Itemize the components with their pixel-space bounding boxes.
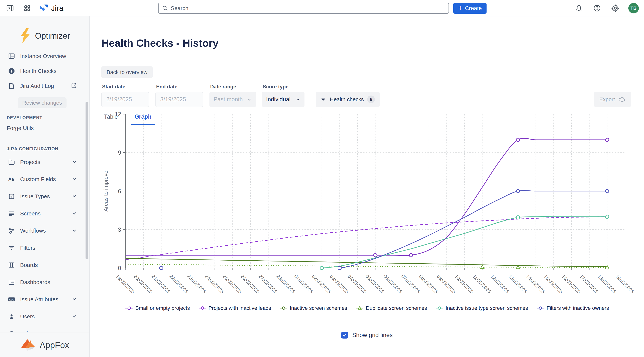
chevron-down-icon <box>72 176 77 182</box>
legend-item[interactable]: Inactive screen schemes <box>279 305 347 311</box>
start-date-input[interactable]: 2/19/2025 <box>101 92 149 107</box>
sidebar-item-workflows[interactable]: Workflows <box>0 225 90 236</box>
svg-text:16/03/2025: 16/03/2025 <box>561 273 582 294</box>
chevron-down-icon <box>72 330 77 332</box>
panel-layout-icon <box>8 53 16 60</box>
legend-marker-icon <box>125 306 134 310</box>
sidebar-item-custom-fields[interactable]: Aa Custom Fields <box>0 173 90 185</box>
sidebar-item-schemes[interactable]: Schemes <box>0 328 90 332</box>
lock-icon <box>8 330 16 332</box>
review-changes-button[interactable]: Review changes <box>18 97 66 108</box>
svg-text:04/03/2025: 04/03/2025 <box>346 273 368 294</box>
sidebar-item-instance-overview[interactable]: Instance Overview <box>0 50 90 62</box>
svg-text:20/02/2025: 20/02/2025 <box>132 273 154 294</box>
legend-item[interactable]: Duplicate screen schemes <box>355 305 427 311</box>
start-date-label: Start date <box>102 84 126 90</box>
appfox-fox-icon <box>20 338 36 352</box>
legend-marker-icon <box>355 306 364 310</box>
svg-text:14/03/2025: 14/03/2025 <box>525 273 546 294</box>
filter-funnel-icon <box>8 244 16 251</box>
history-line-chart[interactable]: 03691219/02/202520/02/202521/02/202522/0… <box>101 110 638 304</box>
sidebar-item-health-checks[interactable]: Health Checks <box>0 65 90 77</box>
jira-logo[interactable]: Jira <box>39 3 63 13</box>
settings-gear-icon[interactable] <box>610 3 620 14</box>
sidebar-scrollbar[interactable] <box>86 102 88 259</box>
sidebar-item-issue-attributes[interactable]: ABC Issue Attributes <box>0 294 90 305</box>
legend-item[interactable]: Projects with inactive leads <box>198 305 271 311</box>
score-type-select[interactable]: Individual <box>262 92 304 107</box>
sidebar-item-issue-types[interactable]: Issue Types <box>0 191 90 202</box>
help-icon[interactable] <box>592 3 602 14</box>
page-title: Health Checks - History <box>101 37 218 49</box>
legend-item[interactable]: Filters with inactive owners <box>536 305 609 311</box>
app-switcher-icon[interactable] <box>22 3 32 14</box>
legend-marker-icon <box>435 306 444 310</box>
optimizer-sidebar: Optimizer Instance Overview Health C <box>0 17 90 357</box>
collapse-sidebar-icon[interactable] <box>5 3 15 14</box>
legend-item[interactable]: Inactive issue type screen schemes <box>435 305 528 311</box>
svg-text:13/03/2025: 13/03/2025 <box>507 273 528 294</box>
cloud-download-icon <box>618 96 626 103</box>
checkbox-checked-icon[interactable] <box>341 332 348 338</box>
legend-marker-icon <box>198 306 207 310</box>
health-checks-filter-button[interactable]: Health checks 6 <box>316 92 380 107</box>
svg-text:07/03/2025: 07/03/2025 <box>400 273 421 294</box>
export-button[interactable]: Export <box>594 92 631 107</box>
svg-text:Areas to improve: Areas to improve <box>103 171 109 211</box>
sidebar-item-users[interactable]: Users <box>0 311 90 322</box>
svg-text:21/02/2025: 21/02/2025 <box>150 273 172 294</box>
svg-text:11/03/2025: 11/03/2025 <box>472 273 492 294</box>
svg-text:01/03/2025: 01/03/2025 <box>293 273 314 294</box>
svg-text:24/02/2025: 24/02/2025 <box>204 273 225 294</box>
chevron-down-icon <box>72 296 77 302</box>
abc-badge-icon: ABC <box>8 296 16 303</box>
sidebar-item-dashboards[interactable]: Dashboards <box>0 276 90 288</box>
main-content: Health Checks - History Back to overview… <box>90 17 644 357</box>
svg-text:23/02/2025: 23/02/2025 <box>186 273 207 294</box>
global-search[interactable] <box>158 3 449 14</box>
appfox-footer: AppFox <box>0 332 90 357</box>
svg-text:15/03/2025: 15/03/2025 <box>543 273 564 294</box>
date-range-select[interactable]: Past month <box>210 92 256 107</box>
sidebar-item-boards[interactable]: Boards <box>0 259 90 271</box>
plus-circle-icon <box>8 68 16 75</box>
show-grid-lines-label: Show grid lines <box>352 332 392 338</box>
show-grid-lines-control[interactable]: Show grid lines <box>341 332 392 338</box>
svg-text:19/02/2025: 19/02/2025 <box>115 273 136 294</box>
create-button[interactable]: + Create <box>453 3 486 14</box>
app-window: Jira + Create <box>0 0 644 357</box>
end-date-label: End date <box>156 84 178 90</box>
end-date-input[interactable]: 3/19/2025 <box>156 92 203 107</box>
score-type-label: Score type <box>263 84 288 90</box>
user-avatar[interactable]: TB <box>628 3 639 14</box>
notifications-bell-icon[interactable] <box>574 3 584 14</box>
filter-lines-icon <box>320 96 326 102</box>
sidebar-item-screens[interactable]: Screens <box>0 208 90 219</box>
search-input[interactable] <box>171 5 445 11</box>
svg-text:03/03/2025: 03/03/2025 <box>329 273 350 294</box>
svg-text:18/03/2025: 18/03/2025 <box>596 273 617 294</box>
sidebar-item-filters[interactable]: Filters <box>0 242 90 254</box>
active-tab-underline <box>131 124 155 125</box>
folder-icon <box>8 159 16 166</box>
sidebar-item-jira-audit-log[interactable]: Jira Audit Log <box>0 80 90 92</box>
optimizer-brand: Optimizer <box>0 28 90 44</box>
appfox-wordmark: AppFox <box>40 340 69 350</box>
back-to-overview-button[interactable]: Back to overview <box>101 66 152 78</box>
dashboard-layout-icon <box>8 279 16 285</box>
chevron-down-icon <box>295 97 300 102</box>
sidebar-nav: Instance Overview Health Checks Jira Aud <box>0 50 90 332</box>
legend-marker-icon <box>279 306 288 310</box>
svg-text:12: 12 <box>115 111 121 118</box>
top-navigation-bar: Jira + Create <box>0 0 644 17</box>
sidebar-item-projects[interactable]: Projects <box>0 156 90 168</box>
section-development: DEVELOPMENT <box>7 115 90 120</box>
sidebar-item-forge-utils[interactable]: Forge Utils <box>0 123 90 133</box>
legend-label: Inactive screen schemes <box>290 305 347 311</box>
user-icon <box>8 313 16 320</box>
chevron-down-icon <box>72 228 77 234</box>
chevron-down-icon <box>247 97 252 102</box>
history-chart-container: 03691219/02/202520/02/202521/02/202522/0… <box>101 110 638 304</box>
chart-legend: Small or empty projectsProjects with ina… <box>90 305 644 311</box>
legend-item[interactable]: Small or empty projects <box>125 305 190 311</box>
